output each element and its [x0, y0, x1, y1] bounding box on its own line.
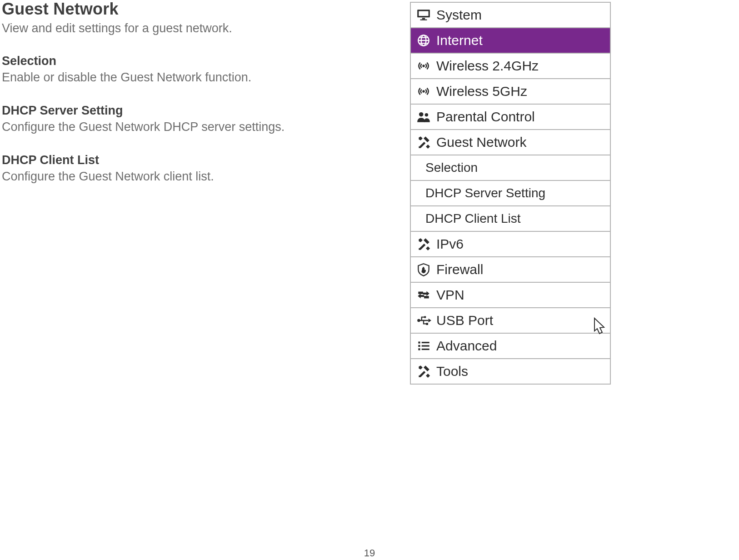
monitor-icon [411, 7, 436, 23]
vpn-icon [411, 287, 436, 303]
nav-item-advanced[interactable]: Advanced [411, 334, 611, 359]
section-body: Configure the Guest Network client list. [2, 169, 382, 185]
nav-sidebar: System Internet Wireless 2.4GHz Wireless… [410, 2, 611, 385]
sub-label: DHCP Server Setting [425, 186, 545, 200]
svg-rect-13 [426, 145, 430, 149]
nav-label: Advanced [436, 338, 497, 354]
tools-icon [411, 236, 436, 252]
content-column: Guest Network View and edit settings for… [0, 0, 382, 185]
section-dhcp-server: DHCP Server Setting Configure the Guest … [2, 104, 382, 135]
nav-item-system[interactable]: System [411, 3, 611, 28]
svg-rect-1 [419, 11, 428, 16]
section-body: Configure the Guest Network DHCP server … [2, 120, 382, 135]
sub-label: Selection [425, 160, 478, 175]
nav-label: Wireless 2.4GHz [436, 58, 539, 74]
svg-point-10 [422, 90, 424, 92]
svg-rect-23 [418, 348, 420, 350]
svg-rect-25 [426, 374, 430, 378]
nav-item-wireless-24[interactable]: Wireless 2.4GHz [411, 54, 611, 79]
usb-icon [411, 313, 436, 328]
users-icon [411, 109, 436, 125]
section-heading: Selection [2, 54, 382, 68]
section-body: Enable or disable the Guest Network func… [2, 70, 382, 85]
nav-item-guest-network[interactable]: Guest Network [411, 130, 611, 155]
wifi-icon [411, 58, 436, 74]
sub-item-selection[interactable]: Selection [411, 155, 611, 181]
svg-rect-20 [422, 342, 429, 343]
nav-item-tools[interactable]: Tools [411, 359, 611, 385]
page-title: Guest Network [2, 0, 382, 18]
nav-label: Parental Control [436, 109, 535, 125]
nav-item-internet[interactable]: Internet [411, 28, 611, 54]
nav-item-wireless-5[interactable]: Wireless 5GHz [411, 79, 611, 105]
wifi-icon [411, 84, 436, 99]
svg-rect-19 [418, 341, 420, 343]
firewall-icon [411, 262, 436, 277]
section-heading: DHCP Client List [2, 153, 382, 167]
nav-item-ipv6[interactable]: IPv6 [411, 232, 611, 257]
nav-label: Guest Network [436, 135, 526, 150]
page: Guest Network View and edit settings for… [0, 0, 739, 560]
globe-icon [411, 33, 436, 48]
list-icon [411, 338, 436, 354]
svg-point-9 [422, 65, 424, 67]
sub-label: DHCP Client List [425, 211, 521, 226]
nav-label: Internet [436, 33, 483, 48]
svg-rect-21 [418, 345, 420, 347]
nav-label: Firewall [436, 262, 483, 277]
page-number: 19 [364, 547, 375, 559]
svg-rect-3 [420, 20, 427, 20]
svg-rect-14 [426, 246, 430, 250]
svg-rect-24 [422, 349, 429, 350]
nav-label: USB Port [436, 313, 493, 328]
nav-label: Wireless 5GHz [436, 84, 527, 99]
tools-icon [411, 135, 436, 150]
nav-item-parental[interactable]: Parental Control [411, 105, 611, 130]
nav-item-vpn[interactable]: VPN [411, 283, 611, 308]
page-lead: View and edit settings for a guest netwo… [2, 21, 382, 36]
nav-label: System [436, 7, 482, 23]
nav-item-firewall[interactable]: Firewall [411, 257, 611, 283]
nav-label: Tools [436, 364, 468, 379]
svg-point-17 [424, 316, 426, 318]
section-heading: DHCP Server Setting [2, 104, 382, 118]
nav-item-usb[interactable]: USB Port [411, 308, 611, 334]
svg-point-11 [419, 112, 424, 117]
tools-icon [411, 364, 436, 379]
section-selection: Selection Enable or disable the Guest Ne… [2, 54, 382, 85]
svg-point-12 [425, 113, 428, 116]
section-dhcp-client: DHCP Client List Configure the Guest Net… [2, 153, 382, 185]
nav-label: VPN [436, 287, 464, 303]
nav-label: IPv6 [436, 236, 464, 252]
svg-rect-22 [422, 345, 429, 346]
svg-rect-2 [422, 18, 425, 19]
sub-item-dhcp-client[interactable]: DHCP Client List [411, 206, 611, 232]
sub-item-dhcp-server[interactable]: DHCP Server Setting [411, 181, 611, 206]
svg-rect-18 [426, 323, 428, 325]
